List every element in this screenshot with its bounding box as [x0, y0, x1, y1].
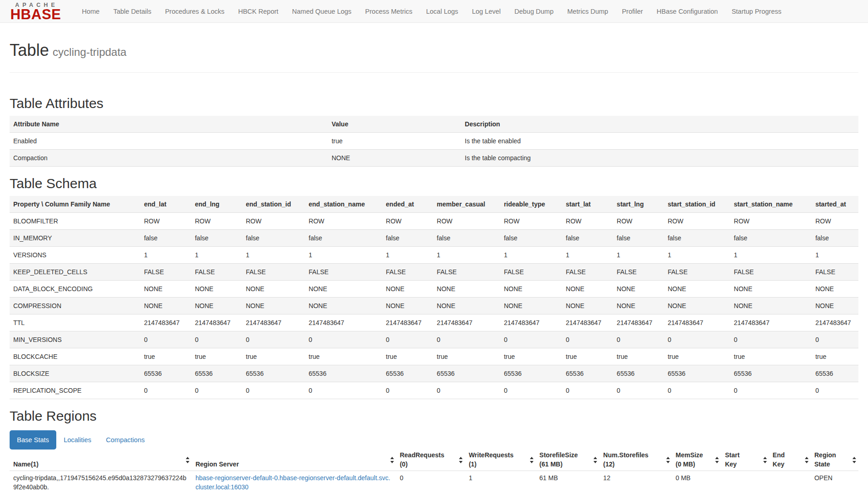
schema-property-value: 1 — [191, 247, 242, 264]
section-heading-table-attributes: Table Attributes — [10, 96, 858, 111]
nav-link-log-level[interactable]: Log Level — [465, 0, 507, 23]
schema-property-value: 65536 — [242, 365, 305, 382]
nav-link-debug-dump[interactable]: Debug Dump — [507, 0, 560, 23]
region-server-link[interactable]: hbase-regionserver-default-0.hbase-regio… — [195, 474, 390, 491]
sort-icon[interactable] — [530, 456, 534, 464]
column-header-description: Description — [461, 116, 858, 133]
nav-item-named-queue-logs: Named Queue Logs — [285, 0, 358, 23]
region-write-requests: 1 — [465, 471, 535, 493]
region-row: cycling-tripdata,,1719475156245.e95d0a13… — [10, 471, 858, 493]
schema-property-value: 65536 — [812, 365, 858, 382]
tab-link-localities[interactable]: Localities — [56, 430, 98, 450]
sort-icon[interactable] — [763, 456, 767, 464]
schema-property-value: true — [140, 348, 191, 365]
sort-icon[interactable] — [666, 456, 670, 464]
column-header-region-server[interactable]: Region Server — [192, 450, 396, 471]
schema-property-value: NONE — [140, 298, 191, 314]
column-header-region-state[interactable]: Region State — [811, 450, 858, 471]
schema-property-value: 65536 — [382, 365, 433, 382]
schema-property-value: 1 — [382, 247, 433, 264]
schema-property-value: NONE — [191, 298, 242, 314]
nav-link-local-logs[interactable]: Local Logs — [419, 0, 465, 23]
sort-icon[interactable] — [459, 456, 463, 464]
nav-link-home[interactable]: Home — [75, 0, 107, 23]
sort-icon[interactable] — [715, 456, 719, 464]
table-regions: Name(1)Region ServerReadRequests (0)Writ… — [10, 450, 858, 493]
table-row: IN_MEMORYfalsefalsefalsefalsefalsefalsef… — [10, 230, 858, 247]
schema-property-value: false — [613, 230, 664, 247]
schema-property-value: 0 — [433, 382, 501, 399]
nav-item-hbase-configuration: HBase Configuration — [650, 0, 725, 23]
schema-property-value: false — [433, 230, 501, 247]
column-header-writerequests-1[interactable]: WriteRequests (1) — [465, 450, 535, 471]
region-mem-size: 0 MB — [672, 471, 722, 493]
nav-menu: HomeTable DetailsProcedures & LocksHBCK … — [75, 0, 788, 23]
nav-link-named-queue-logs[interactable]: Named Queue Logs — [285, 0, 358, 23]
nav-link-procedures-locks[interactable]: Procedures & Locks — [158, 0, 232, 23]
nav-link-hbase-configuration[interactable]: HBase Configuration — [650, 0, 725, 23]
regions-tabs: Base StatsLocalitiesCompactions — [10, 430, 858, 450]
tab-link-base-stats[interactable]: Base Stats — [10, 430, 56, 450]
schema-property-value: NONE — [812, 298, 858, 314]
nav-item-debug-dump: Debug Dump — [507, 0, 560, 23]
sort-icon[interactable] — [593, 456, 598, 464]
nav-link-metrics-dump[interactable]: Metrics Dump — [561, 0, 615, 23]
nav-link-process-metrics[interactable]: Process Metrics — [358, 0, 419, 23]
region-server-cell: hbase-regionserver-default-0.hbase-regio… — [192, 471, 396, 493]
schema-property-name: TTL — [10, 314, 140, 331]
table-row: BLOOMFILTERROWROWROWROWROWROWROWROWROWRO… — [10, 213, 858, 230]
schema-property-value: 0 — [140, 382, 191, 399]
schema-property-value: true — [613, 348, 664, 365]
schema-property-value: NONE — [433, 298, 501, 314]
sort-icon[interactable] — [852, 456, 857, 464]
sort-icon[interactable] — [805, 456, 809, 464]
schema-property-value: 0 — [730, 331, 812, 348]
schema-property-value: NONE — [500, 281, 562, 298]
hbase-logo[interactable]: APACHE HBASE — [5, 2, 66, 20]
attribute-value: true — [328, 133, 461, 150]
schema-property-value: 2147483647 — [382, 314, 433, 331]
nav-link-startup-progress[interactable]: Startup Progress — [725, 0, 788, 23]
column-header-storefilesize-61-mb[interactable]: StorefileSize (61 MB) — [536, 450, 600, 471]
column-header-memsize-0-mb[interactable]: MemSize (0 MB) — [672, 450, 722, 471]
nav-link-table-details[interactable]: Table Details — [107, 0, 158, 23]
table-row: REPLICATION_SCOPE000000000000 — [10, 382, 858, 399]
column-header-start-key[interactable]: Start Key — [721, 450, 769, 471]
column-header-num-storefiles-12[interactable]: Num.Storefiles (12) — [599, 450, 672, 471]
tab-link-compactions[interactable]: Compactions — [99, 430, 152, 450]
schema-property-value: FALSE — [191, 264, 242, 281]
region-state: OPEN — [811, 471, 858, 493]
schema-property-value: true — [730, 348, 812, 365]
column-header-end-key[interactable]: End Key — [769, 450, 811, 471]
sort-icon[interactable] — [186, 456, 190, 464]
schema-property-value: 0 — [382, 382, 433, 399]
schema-property-value: NONE — [382, 281, 433, 298]
nav-link-profiler[interactable]: Profiler — [615, 0, 650, 23]
schema-property-value: 1 — [730, 247, 812, 264]
schema-property-value: 65536 — [500, 365, 562, 382]
column-header-readrequests-0[interactable]: ReadRequests (0) — [396, 450, 465, 471]
tab-localities: Localities — [56, 430, 98, 450]
schema-property-value: 0 — [382, 331, 433, 348]
region-start-key — [721, 471, 769, 493]
attribute-name: Enabled — [10, 133, 328, 150]
schema-property-value: 2147483647 — [812, 314, 858, 331]
schema-property-value: NONE — [140, 281, 191, 298]
schema-property-value: NONE — [562, 298, 613, 314]
schema-property-value: FALSE — [562, 264, 613, 281]
schema-property-value: true — [500, 348, 562, 365]
column-family-header-end-station-id: end_station_id — [242, 196, 305, 213]
schema-property-value: NONE — [562, 281, 613, 298]
sort-icon[interactable] — [390, 456, 394, 464]
nav-link-hbck-report[interactable]: HBCK Report — [231, 0, 285, 23]
schema-property-value: 0 — [613, 331, 664, 348]
schema-property-value: 2147483647 — [242, 314, 305, 331]
schema-property-value: NONE — [433, 281, 501, 298]
schema-property-value: 0 — [305, 331, 383, 348]
column-family-header-rideable-type: rideable_type — [500, 196, 562, 213]
column-header-name-1[interactable]: Name(1) — [10, 450, 192, 471]
region-num-storefiles: 12 — [599, 471, 672, 493]
schema-property-value: ROW — [812, 213, 858, 230]
schema-property-value: 1 — [500, 247, 562, 264]
schema-property-value: 0 — [664, 382, 730, 399]
